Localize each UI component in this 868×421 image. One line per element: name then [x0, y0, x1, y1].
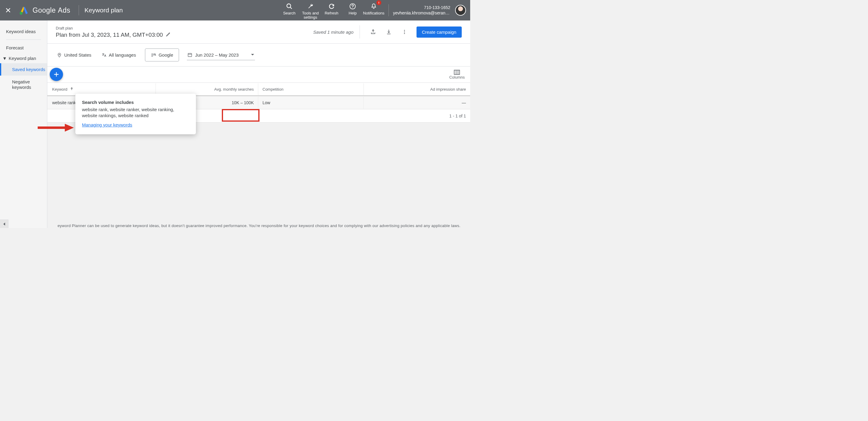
- columns-button[interactable]: Columns: [448, 68, 466, 81]
- sidebar-item-saved-keywords[interactable]: Saved keywords: [0, 63, 47, 75]
- location-filter[interactable]: United States: [56, 50, 93, 60]
- refresh-icon: [328, 3, 335, 10]
- svg-point-3: [352, 7, 353, 8]
- svg-marker-14: [65, 124, 74, 132]
- add-keywords-button[interactable]: [50, 68, 63, 81]
- cell-competition: Low: [258, 97, 364, 109]
- close-button[interactable]: [0, 7, 16, 13]
- brand-text: Google Ads: [33, 6, 70, 14]
- svg-rect-5: [378, 3, 379, 4]
- saved-status: Saved 1 minute ago: [313, 25, 360, 38]
- svg-point-0: [20, 12, 23, 15]
- edit-title-button[interactable]: [166, 32, 170, 38]
- svg-point-8: [404, 33, 405, 34]
- search-network-icon: [151, 53, 156, 57]
- svg-point-1: [287, 4, 291, 8]
- download-icon: [386, 29, 392, 35]
- column-header-competition[interactable]: Competition: [258, 84, 364, 95]
- more-vert-icon: [402, 29, 407, 35]
- share-button[interactable]: [367, 26, 379, 38]
- sidebar-group-label: Keyword plan: [9, 56, 36, 61]
- divider: [389, 4, 389, 16]
- table-actions-row: Columns: [47, 67, 470, 83]
- empty-area: [47, 123, 470, 228]
- plus-icon: [53, 71, 60, 78]
- columns-label: Columns: [450, 75, 465, 79]
- svg-point-9: [59, 54, 60, 55]
- svg-point-6: [404, 30, 405, 31]
- disclaimer-text: eyword Planner can be used to generate k…: [47, 222, 470, 228]
- help-button[interactable]: Help: [342, 1, 363, 20]
- filters-row: United States All languages Google Jun 2…: [47, 44, 470, 67]
- network-label: Google: [158, 53, 173, 58]
- sidebar-item-negative-keywords[interactable]: Negative keywords: [6, 75, 47, 94]
- sort-arrow-icon: [70, 87, 73, 92]
- language-label: All languages: [109, 53, 136, 58]
- dropdown-icon: [251, 54, 254, 56]
- page-section-title: Keyword plan: [84, 7, 123, 14]
- date-range-filter[interactable]: Jun 2022 – May 2023: [187, 50, 255, 60]
- tools-settings-button[interactable]: Tools andsettings: [300, 1, 321, 20]
- google-ads-logo-icon: [19, 5, 29, 15]
- account-info[interactable]: 710-133-1652 yevheniia.khromova@serankin…: [393, 5, 453, 15]
- search-volume-popover: Search volume includes website rank, web…: [75, 94, 196, 134]
- logo[interactable]: Google Ads: [16, 5, 73, 15]
- column-header-ad-impression-share[interactable]: Ad impression share: [364, 84, 470, 95]
- annotation-arrow: [38, 123, 74, 132]
- more-menu-button[interactable]: [398, 26, 410, 38]
- caret-left-icon: [3, 222, 6, 226]
- notifications-button[interactable]: Notifications: [363, 1, 384, 20]
- sidebar-item-forecast[interactable]: Forecast: [0, 42, 47, 53]
- svg-rect-4: [378, 2, 379, 3]
- bell-icon: [370, 3, 377, 10]
- divider: [6, 39, 41, 40]
- plan-title: Plan from Jul 3, 2023, 11 AM, GMT+03:00: [56, 32, 163, 38]
- location-icon: [57, 53, 62, 58]
- sidebar-group-keyword-plan[interactable]: ▼ Keyword plan: [0, 53, 47, 63]
- language-icon: [101, 53, 106, 58]
- svg-point-7: [404, 32, 405, 33]
- plan-header: Draft plan Plan from Jul 3, 2023, 11 AM,…: [47, 21, 470, 44]
- top-bar: Google Ads Keyword plan Search Tools and…: [0, 0, 470, 21]
- help-icon: [349, 3, 356, 10]
- account-email: yevheniia.khromova@serankin…: [393, 10, 450, 15]
- columns-icon: [454, 70, 460, 75]
- cell-ad-impression-share: —: [364, 97, 470, 109]
- avatar[interactable]: [455, 5, 466, 15]
- column-header-keyword[interactable]: Keyword: [47, 84, 156, 95]
- download-button[interactable]: [383, 26, 395, 38]
- account-id: 710-133-1652: [393, 5, 450, 10]
- popover-body: website rank, website ranker, website ra…: [82, 107, 189, 119]
- date-range-label: Jun 2022 – May 2023: [195, 53, 239, 58]
- location-label: United States: [64, 53, 91, 58]
- divider: [79, 5, 79, 15]
- notification-alert-badge: [376, 0, 381, 5]
- popover-title: Search volume includes: [82, 100, 189, 105]
- create-campaign-button[interactable]: Create campaign: [416, 27, 462, 38]
- column-header-avg-monthly-searches[interactable]: Avg. monthly searches: [156, 84, 258, 95]
- share-icon: [370, 29, 376, 35]
- pencil-icon: [166, 32, 170, 37]
- network-filter[interactable]: Google: [145, 48, 179, 61]
- draft-label: Draft plan: [56, 26, 313, 30]
- refresh-button[interactable]: Refresh: [321, 1, 342, 20]
- collapse-sidebar-button[interactable]: [0, 220, 8, 228]
- search-button[interactable]: Search: [279, 1, 300, 20]
- popover-link[interactable]: Managing your keywords: [82, 122, 132, 127]
- svg-rect-11: [188, 53, 192, 57]
- wrench-icon: [307, 3, 314, 10]
- caret-down-icon: ▼: [2, 56, 7, 61]
- sidebar-item-keyword-ideas[interactable]: Keyword ideas: [0, 26, 47, 37]
- language-filter[interactable]: All languages: [100, 50, 137, 60]
- search-icon: [286, 3, 293, 10]
- svg-rect-12: [454, 70, 460, 74]
- calendar-icon: [187, 53, 192, 57]
